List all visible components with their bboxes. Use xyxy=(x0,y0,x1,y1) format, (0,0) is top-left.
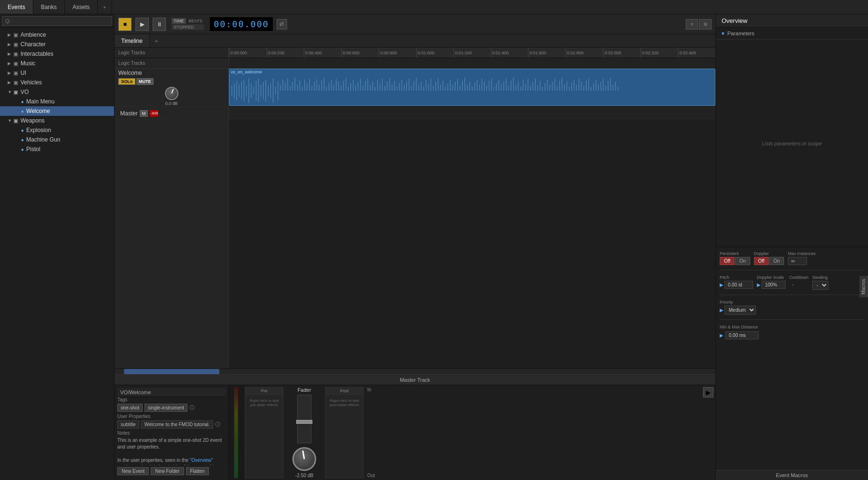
max-instances-input[interactable] xyxy=(788,257,807,265)
mute-button[interactable]: MUTE xyxy=(136,78,154,85)
min-max-distance-label: Min & Max Distance xyxy=(720,325,864,329)
waveform-display xyxy=(229,76,715,105)
sidebar-item-explosion[interactable]: ● Explosion xyxy=(0,125,114,135)
timeline-ruler: Logic Tracks 0:00:000 0:00:200 0:00:400 … xyxy=(114,48,715,58)
sidebar-item-label: Character xyxy=(21,41,46,48)
folder-open-icon: ▣ xyxy=(13,89,18,95)
master-m-button[interactable]: M xyxy=(140,110,148,117)
max-distance-input[interactable] xyxy=(725,331,759,339)
horizontal-scrollbar[interactable] xyxy=(114,368,715,374)
ruler-tick: 0:01:200 xyxy=(454,48,472,58)
parameters-label: Parameters xyxy=(727,31,754,36)
doppler-on-button[interactable]: On xyxy=(769,257,784,265)
main-layout: ▶ ▣ Ambience ▶ ▣ Character ▶ ▣ Interacta… xyxy=(0,14,868,480)
folder-icon: ▣ xyxy=(13,41,18,48)
new-event-button[interactable]: New Event xyxy=(117,467,149,475)
sidebar-item-label: Music xyxy=(21,60,35,67)
parameters-header-row[interactable]: ▼ Parameters xyxy=(716,28,868,40)
event-icon: ● xyxy=(21,147,24,152)
sidebar-item-pistol[interactable]: ● Pistol xyxy=(0,144,114,154)
notes-label: Notes xyxy=(117,430,226,436)
ruler-tick: 0:02:200 xyxy=(641,48,659,58)
pitch-input[interactable] xyxy=(724,281,753,289)
pre-placeholder[interactable]: Right-click to add pre-fader effects xyxy=(246,395,283,411)
folder-open-icon: ▣ xyxy=(13,118,18,124)
audio-clip[interactable]: vo_en_welcome xyxy=(229,69,715,106)
doppler-scale-label: Doppler Scale xyxy=(757,275,785,280)
volume-knob[interactable] xyxy=(165,87,178,100)
priority-arrow-icon: ▶ xyxy=(720,307,723,313)
sidebar-item-character[interactable]: ▶ ▣ Character xyxy=(0,40,114,49)
persistent-off-button[interactable]: Off xyxy=(720,257,734,265)
sidebar-item-main-menu[interactable]: ● Main Menu xyxy=(0,97,114,106)
timeline-editor: Logic Tracks 0:00:000 0:00:200 0:00:400 … xyxy=(114,48,715,385)
sidebar-item-weapons[interactable]: ▼ ▣ Weapons xyxy=(0,116,114,125)
sidebar-item-ambience[interactable]: ▶ ▣ Ambience xyxy=(0,30,114,40)
tag-one-shot[interactable]: one-shot xyxy=(117,404,143,412)
sidebar-item-interactables[interactable]: ▶ ▣ Interactables xyxy=(0,49,114,59)
sidebar-item-machine-gun[interactable]: ● Machine Gun xyxy=(0,135,114,144)
add-tab-button[interactable]: + xyxy=(98,0,112,14)
assets-tab[interactable]: Assets xyxy=(65,0,98,14)
sidebar-item-vo[interactable]: ▼ ▣ VO xyxy=(0,87,114,97)
max-instances-group: Max Instances xyxy=(788,251,816,265)
volume-value-label: -2.50 dB xyxy=(295,473,313,478)
doppler-scale-arrow-icon: ▶ xyxy=(757,282,761,287)
sidebar-item-label: Ambience xyxy=(21,31,46,38)
persistent-doppler-row: Persistent Off On Doppler Off On xyxy=(720,251,864,265)
list-view-button[interactable]: ≡ xyxy=(686,19,698,30)
time-mode-beats[interactable]: BEATS xyxy=(187,18,205,24)
flatten-button[interactable]: Flatten xyxy=(186,467,209,475)
new-folder-button[interactable]: New Folder xyxy=(151,467,184,475)
time-display: 00:00.000 xyxy=(210,17,273,31)
persistent-on-button[interactable]: On xyxy=(735,257,750,265)
loop-button[interactable]: ⇄ xyxy=(277,19,287,30)
stealing-label: Stealing xyxy=(812,275,828,280)
fader-play-button[interactable]: ▶ xyxy=(703,387,713,398)
volume-large-knob[interactable] xyxy=(292,447,316,471)
arrow-icon: ▶ xyxy=(8,51,13,56)
solo-button[interactable]: SOLo xyxy=(118,78,135,85)
events-tab[interactable]: Events xyxy=(0,0,33,14)
fader-handle[interactable] xyxy=(296,420,312,424)
ruler-tick: 0:00:200 xyxy=(267,48,285,58)
sidebar-search-bar[interactable] xyxy=(0,14,114,28)
time-mode-time[interactable]: TIME xyxy=(172,18,186,24)
sidebar-item-music[interactable]: ▶ ▣ Music xyxy=(0,59,114,68)
add-editor-tab-button[interactable]: + xyxy=(150,34,163,47)
pause-button[interactable]: ⏸ xyxy=(153,18,166,31)
sidebar-item-welcome[interactable]: ● Welcome xyxy=(0,106,114,116)
doppler-scale-group: Doppler Scale ▶ xyxy=(757,275,785,289)
search-input[interactable] xyxy=(2,16,112,26)
fader-section: Pre Right-click to add pre-fader effects… xyxy=(243,385,365,480)
doppler-scale-input[interactable] xyxy=(762,281,785,289)
grid-view-button[interactable]: ⊞ xyxy=(699,19,712,30)
play-button[interactable]: ▶ xyxy=(135,18,149,31)
fader-track[interactable] xyxy=(297,395,311,443)
tag-single-instrument[interactable]: single-instrument xyxy=(145,404,187,412)
subtitle-info-button[interactable]: ⓘ xyxy=(215,421,220,428)
fader-right-spacer: ▶ xyxy=(377,385,715,480)
priority-select[interactable]: Medium xyxy=(724,306,756,315)
stealing-select[interactable]: - xyxy=(812,281,828,290)
doppler-label: Doppler xyxy=(754,251,785,256)
tag-info-button[interactable]: ⓘ xyxy=(189,404,195,411)
ruler-tick: 0:00:000 xyxy=(229,48,247,58)
logic-tracks-space xyxy=(229,58,715,69)
sidebar-item-ui[interactable]: ▶ ▣ UI xyxy=(0,68,114,78)
post-placeholder[interactable]: Right-click to add post-fader effects xyxy=(326,395,363,411)
event-icon: ● xyxy=(21,109,24,114)
sidebar-item-label: UI xyxy=(21,70,26,76)
banks-tab[interactable]: Banks xyxy=(33,0,65,14)
notes-quote: "Overview" xyxy=(190,458,213,463)
stop-button[interactable]: ■ xyxy=(118,18,132,31)
macros-tab[interactable]: Macros xyxy=(859,276,868,297)
sidebar-item-vehicles[interactable]: ▶ ▣ Vehicles xyxy=(0,78,114,87)
event-icon: ● xyxy=(21,137,24,143)
stealing-group: Stealing - xyxy=(812,275,828,290)
sidebar-tree: ▶ ▣ Ambience ▶ ▣ Character ▶ ▣ Interacta… xyxy=(0,28,114,480)
timeline-tab[interactable]: Timeline xyxy=(114,34,150,47)
folder-icon: ▣ xyxy=(13,32,18,38)
scroll-thumb[interactable] xyxy=(124,369,219,374)
doppler-off-button[interactable]: Off xyxy=(754,257,769,265)
